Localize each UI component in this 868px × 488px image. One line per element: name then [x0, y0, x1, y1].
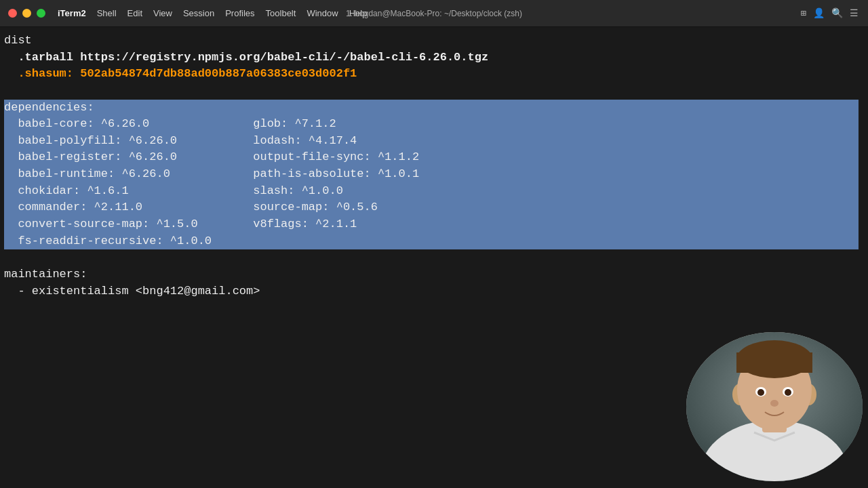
line-maintainer1: - existentialism <bng412@gmail.com> — [4, 285, 260, 298]
line-dep1: babel-core: ^6.26.0 glob: ^7.1.2 — [4, 116, 859, 133]
window-title: 1. bogdan@MacBook-Pro: ~/Desktop/clock (… — [346, 9, 522, 18]
line-maintainers: maintainers: — [4, 268, 87, 281]
menu-item-view[interactable]: View — [148, 7, 178, 20]
line-dep2: babel-polyfill: ^6.26.0 lodash: ^4.17.4 — [4, 133, 859, 150]
search-icon[interactable]: 🔍 — [831, 7, 843, 19]
line-dep5: chokidar: ^1.6.1 slash: ^1.0.0 — [4, 183, 859, 200]
svg-point-12 — [770, 400, 778, 407]
menu-item-edit[interactable]: Edit — [122, 7, 148, 20]
webcam-overlay — [686, 332, 863, 481]
menu-item-profiles[interactable]: Profiles — [220, 7, 260, 20]
line-dep7: convert-source-map: ^1.5.0 v8flags: ^2.1… — [4, 216, 859, 233]
webcam-person — [686, 332, 863, 481]
person-svg — [686, 332, 863, 481]
line-dep3: babel-register: ^6.26.0 output-file-sync… — [4, 149, 859, 166]
line-empty1 — [4, 84, 11, 97]
menu-item-toolbelt[interactable]: Toolbelt — [260, 7, 302, 20]
terminal-output: dist .tarball https://registry.npmjs.org… — [4, 33, 864, 300]
title-bar: iTerm2 Shell Edit View Session Profiles … — [0, 0, 868, 27]
line-dependencies-block: dependencies: — [4, 100, 859, 117]
close-button[interactable] — [8, 9, 17, 18]
line-tarball: .tarball https://registry.npmjs.org/babe… — [4, 51, 488, 64]
menu-icon[interactable]: ☰ — [850, 7, 859, 19]
line-empty2 — [4, 251, 11, 264]
menu-item-iterm2[interactable]: iTerm2 — [52, 7, 92, 20]
title-bar-right: ⊞ 👤 🔍 ☰ — [801, 7, 868, 19]
menu-item-session[interactable]: Session — [178, 7, 220, 20]
screen-icon[interactable]: ⊞ — [801, 7, 806, 19]
maximize-button[interactable] — [37, 9, 45, 18]
minimize-button[interactable] — [22, 9, 31, 18]
svg-rect-7 — [736, 352, 812, 373]
line-dep6: commander: ^2.11.0 source-map: ^0.5.6 — [4, 199, 859, 216]
menu-bar: iTerm2 Shell Edit View Session Profiles … — [45, 7, 372, 20]
line-dep8: fs-readdir-recursive: ^1.0.0 — [4, 233, 859, 250]
line-dep4: babel-runtime: ^6.26.0 path-is-absolute:… — [4, 166, 859, 183]
terminal[interactable]: dist .tarball https://registry.npmjs.org… — [0, 27, 868, 488]
person-icon[interactable]: 👤 — [813, 7, 825, 19]
svg-point-10 — [757, 389, 764, 396]
svg-point-11 — [785, 389, 791, 396]
window-controls — [0, 9, 45, 18]
menu-item-window[interactable]: Window — [301, 7, 343, 20]
line-shasum: .shasum: 502ab54874d7db88ad00b887a06383c… — [4, 67, 357, 80]
menu-item-shell[interactable]: Shell — [92, 7, 122, 20]
line-dist: dist — [4, 34, 32, 47]
